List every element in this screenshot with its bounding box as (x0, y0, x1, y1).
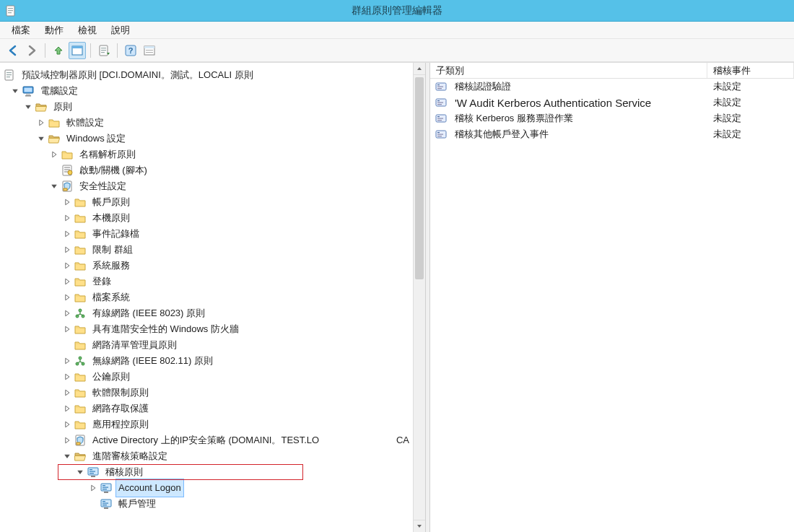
folder-icon (74, 370, 87, 383)
window-title: 群組原則管理編輯器 (352, 4, 442, 17)
computer-icon (22, 84, 35, 97)
menu-file[interactable]: 檔案 (4, 22, 38, 38)
folder-icon (74, 323, 87, 336)
forward-button[interactable] (23, 42, 40, 59)
expand-icon[interactable] (62, 356, 72, 366)
expand-icon[interactable] (62, 419, 72, 429)
list-item-value: 未設定 (707, 112, 794, 125)
scroll-up-icon[interactable] (414, 63, 425, 75)
expand-icon[interactable] (88, 483, 98, 493)
scroll-thumb[interactable] (415, 77, 424, 279)
expand-icon[interactable] (62, 292, 72, 302)
separator (90, 43, 91, 58)
expand-icon[interactable] (62, 261, 72, 271)
expand-icon[interactable] (36, 134, 46, 144)
list-row[interactable]: 稽核認證驗證未設定 (430, 79, 794, 95)
folder-icon (74, 259, 87, 272)
policy-icon (3, 69, 16, 82)
list-header: 子類別 稽核事件 (430, 63, 794, 79)
expand-icon[interactable] (62, 276, 72, 287)
separator (117, 43, 118, 58)
menu-view[interactable]: 檢視 (71, 22, 104, 38)
folder-icon (74, 275, 87, 288)
folder-icon (74, 243, 87, 256)
folder-icon (74, 386, 87, 399)
column-audit-events[interactable]: 稽核事件 (707, 63, 794, 78)
content-area: 預設域控制器原則 [DCI.DOMAINI。測試。LOCALI 原則 電腦設定 … (0, 62, 794, 532)
list-item-value: 未設定 (707, 80, 794, 93)
view-list-button[interactable] (141, 42, 158, 59)
audit-icon (100, 497, 113, 510)
item-icon (435, 112, 448, 125)
network-icon (74, 307, 87, 320)
audit-icon (87, 466, 100, 479)
expand-icon[interactable] (62, 388, 72, 398)
expand-icon[interactable] (62, 229, 72, 239)
expand-icon[interactable] (75, 467, 85, 477)
list-item-label: 稽核 Kerberos 服務票證作業 (455, 112, 573, 125)
folder-icon (74, 212, 87, 224)
list-body: 稽核認證驗證未設定'W Audit Kerberos Authenticatio… (430, 79, 794, 142)
folder-icon (74, 418, 87, 431)
security-icon (61, 180, 74, 193)
list-row[interactable]: 稽核其他帳戶登入事件未設定 (430, 126, 794, 142)
list-item-value: 未設定 (707, 96, 794, 109)
expand-icon[interactable] (62, 435, 72, 445)
expand-icon[interactable] (23, 102, 33, 112)
details-panel: 子類別 稽核事件 稽核認證驗證未設定'W Audit Kerberos Auth… (430, 63, 794, 532)
column-subcategory[interactable]: 子類別 (430, 63, 707, 78)
menu-help[interactable]: 說明 (104, 22, 137, 38)
help-button[interactable] (122, 42, 139, 59)
list-item-label: 稽核其他帳戶登入事件 (455, 128, 549, 141)
expand-icon[interactable] (62, 404, 72, 414)
network-icon (74, 354, 87, 367)
up-button[interactable] (50, 42, 67, 59)
list-item-label: 稽核認證驗證 (455, 80, 511, 93)
folder-icon (61, 148, 74, 161)
list-row[interactable]: 稽核 Kerberos 服務票證作業未設定 (430, 110, 794, 126)
app-icon (4, 4, 17, 17)
expand-icon[interactable] (62, 308, 72, 318)
list-row[interactable]: 'W Audit Kerberos Authentication Service… (430, 95, 794, 110)
expand-icon[interactable] (49, 149, 59, 160)
expand-icon[interactable] (62, 372, 72, 382)
expand-icon[interactable] (62, 324, 72, 334)
expand-icon[interactable] (62, 451, 72, 461)
folder-icon (74, 196, 87, 209)
show-hide-tree-button[interactable] (69, 42, 86, 59)
scrollbar-vertical[interactable] (413, 63, 425, 532)
folder-icon (35, 100, 48, 113)
export-button[interactable] (95, 42, 113, 59)
folder-icon (74, 227, 87, 240)
separator (45, 43, 45, 58)
tree-panel: 預設域控制器原則 [DCI.DOMAINI。測試。LOCALI 原則 電腦設定 … (0, 63, 426, 532)
expand-icon[interactable] (62, 245, 72, 255)
audit-icon (100, 481, 113, 494)
back-button[interactable] (4, 42, 22, 59)
expand-icon[interactable] (62, 213, 72, 223)
folder-icon (74, 291, 87, 304)
menu-bar: 檔案 動作 檢視 說明 (0, 22, 794, 39)
folder-icon (48, 116, 61, 129)
item-icon (435, 80, 448, 93)
expand-icon[interactable] (62, 197, 72, 207)
expand-icon[interactable] (10, 86, 20, 96)
folder-icon (74, 450, 87, 463)
list-item-value: 未設定 (707, 128, 794, 141)
list-item-label: 'W Audit Kerberos Authentication Service (455, 97, 651, 109)
item-icon (435, 96, 448, 109)
expand-icon[interactable] (36, 118, 46, 128)
folder-icon (74, 402, 87, 415)
menu-action[interactable]: 動作 (38, 22, 71, 38)
item-icon (435, 128, 448, 141)
scroll-down-icon[interactable] (414, 520, 425, 532)
script-icon (61, 164, 74, 177)
folder-icon (48, 132, 61, 145)
tree-label-suffix: CA (396, 432, 409, 448)
tree-label[interactable]: 帳戶管理 (115, 494, 159, 513)
title-bar: 群組原則管理編輯器 (0, 0, 794, 22)
expand-icon[interactable] (49, 181, 59, 191)
toolbar (0, 39, 794, 62)
navigation-tree[interactable]: 預設域控制器原則 [DCI.DOMAINI。測試。LOCALI 原則 電腦設定 … (0, 63, 425, 516)
folder-icon (74, 339, 87, 352)
